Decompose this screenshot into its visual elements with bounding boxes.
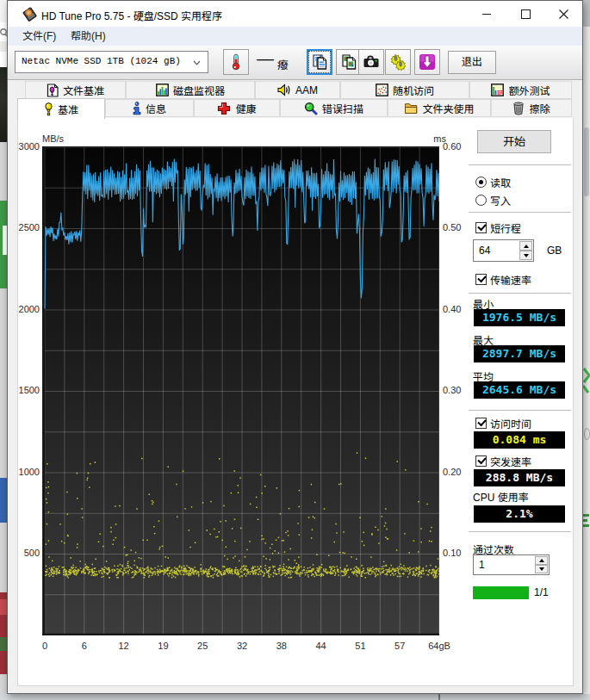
access-time-display: 0.084 ms xyxy=(474,431,565,449)
transfer-rate-checkbox[interactable] xyxy=(475,274,487,285)
bg-photo-flower xyxy=(0,592,7,674)
tab-strip: 文件基准 磁盘监视器 AAM xyxy=(8,80,582,118)
burst-rate-checkbox[interactable] xyxy=(475,455,487,467)
x-tick-label: 6 xyxy=(65,641,103,651)
x-tick-label: 19 xyxy=(144,641,182,651)
close-button[interactable] xyxy=(544,1,582,27)
pass-count-value: 1 xyxy=(479,559,485,571)
spin-down-button[interactable] xyxy=(519,251,532,260)
temperature-button[interactable] xyxy=(223,49,249,75)
tab-label: 文件夹使用 xyxy=(422,101,474,115)
bg-green-text xyxy=(583,512,590,531)
menubar: 文件(F) 帮助(H) xyxy=(8,27,582,46)
maximize-button[interactable] xyxy=(506,1,544,27)
short-stroke-size-input[interactable]: 64 xyxy=(473,239,534,262)
x-tick-label: 51 xyxy=(341,641,379,651)
bg-circle xyxy=(584,428,590,440)
tab-folder-usage[interactable]: 文件夹使用 xyxy=(388,99,491,117)
short-stroke-spinner xyxy=(519,241,532,260)
progress-label: 1/1 xyxy=(534,586,549,598)
spin-up-button[interactable] xyxy=(519,241,532,251)
burst-rate-label: 突发速率 xyxy=(490,454,531,468)
bg-block xyxy=(0,637,7,651)
tab-aam[interactable]: AAM xyxy=(255,81,340,99)
file-benchmark-icon xyxy=(47,84,59,97)
drive-select-dropdown[interactable]: Netac NVMe SSD 1TB (1024 gB) xyxy=(15,51,208,73)
write-radio-row[interactable]: 写入 xyxy=(475,194,511,207)
exit-button[interactable]: 退出 xyxy=(448,51,496,74)
tab-benchmark[interactable]: 基准 xyxy=(17,98,105,119)
start-button[interactable]: 开始 xyxy=(477,130,551,153)
tab-random-access[interactable]: 随机访问 xyxy=(340,81,469,99)
tab-health[interactable]: 健康 xyxy=(194,99,280,117)
separator xyxy=(469,531,571,532)
access-time-checkbox[interactable] xyxy=(475,418,487,429)
cpu-usage-label: CPU 使用率 xyxy=(473,489,529,504)
bg-block xyxy=(583,0,590,27)
write-label: 写入 xyxy=(490,193,511,208)
bg-block xyxy=(0,0,7,22)
bg-block xyxy=(0,52,7,67)
y-right-tick-label: 0.20 xyxy=(443,467,477,477)
search-icon xyxy=(0,22,7,41)
folder-icon xyxy=(404,102,418,115)
short-stroke-label: 短行程 xyxy=(490,220,521,235)
bg-scrollbar-thumb xyxy=(584,127,589,196)
x-tick-label: 0 xyxy=(26,641,64,651)
menu-help[interactable]: 帮助(H) xyxy=(63,27,114,46)
short-stroke-size-value: 64 xyxy=(479,245,490,257)
copy-to-clipboard-button[interactable] xyxy=(307,49,332,75)
transfer-rate-row[interactable]: 传输速率 xyxy=(475,273,531,286)
health-cross-icon xyxy=(217,102,231,115)
extra-tests-icon xyxy=(491,84,504,96)
access-time-label: 访问时间 xyxy=(490,416,531,431)
y-right-tick-label: 0.30 xyxy=(443,385,477,395)
y-left-tick-label: 2000 xyxy=(7,304,40,314)
tab-label: AAM xyxy=(295,84,318,96)
x-tick-label: 12 xyxy=(105,641,143,651)
spin-down-button[interactable] xyxy=(535,565,548,573)
tab-label: 信息 xyxy=(146,101,166,115)
tab-file-benchmark[interactable]: 文件基准 xyxy=(25,81,126,99)
spin-up-button[interactable] xyxy=(535,556,548,565)
read-radio[interactable] xyxy=(475,177,487,188)
tab-info[interactable]: 信息 xyxy=(105,99,194,117)
random-access-icon xyxy=(376,84,388,96)
close-icon xyxy=(544,1,582,27)
access-time-row[interactable]: 访问时间 xyxy=(475,417,531,430)
y-left-tick-label: 1500 xyxy=(7,385,40,395)
tab-label: 额外测试 xyxy=(508,83,550,97)
pass-count-spinner xyxy=(535,556,548,573)
y-left-tick-label: 1000 xyxy=(7,467,40,477)
tab-erase[interactable]: 擦除 xyxy=(491,99,572,117)
transfer-rate-label: 传输速率 xyxy=(490,272,531,287)
screenshot-button[interactable] xyxy=(358,49,384,75)
bg-green-block xyxy=(0,201,7,288)
write-radio[interactable] xyxy=(475,195,487,206)
thermometer-icon xyxy=(228,53,244,71)
pass-count-input[interactable]: 1 xyxy=(473,554,550,575)
y-left-tick-label: 2500 xyxy=(7,222,40,232)
benchmark-plot-svg xyxy=(42,146,439,635)
x-tick-label: 57 xyxy=(381,641,419,651)
tab-label: 基准 xyxy=(58,102,78,116)
burst-rate-row[interactable]: 突发速率 xyxy=(475,455,531,468)
menu-file[interactable]: 文件(F) xyxy=(15,27,64,46)
minimize-button[interactable] xyxy=(467,1,506,27)
short-stroke-checkbox[interactable] xyxy=(475,222,487,233)
progress-bar xyxy=(473,586,529,599)
short-stroke-row[interactable]: 短行程 xyxy=(475,221,521,234)
bg-blue-block xyxy=(0,478,7,523)
burst-rate-display: 288.8 MB/s xyxy=(474,469,565,486)
separator xyxy=(469,410,571,411)
tab-error-scan[interactable]: 错误扫描 xyxy=(280,99,388,117)
x-tick-label: 32 xyxy=(223,641,261,651)
options-button[interactable] xyxy=(385,49,411,75)
update-button[interactable] xyxy=(414,49,440,75)
tab-disk-monitor[interactable]: 磁盘监视器 xyxy=(126,81,255,99)
y-left-axis-unit: MB/s xyxy=(42,133,64,144)
tab-extra-tests[interactable]: 额外测试 xyxy=(469,81,572,99)
read-radio-row[interactable]: 读取 xyxy=(475,176,511,189)
tab-label: 文件基准 xyxy=(63,83,104,97)
tab-label: 随机访问 xyxy=(393,83,434,97)
